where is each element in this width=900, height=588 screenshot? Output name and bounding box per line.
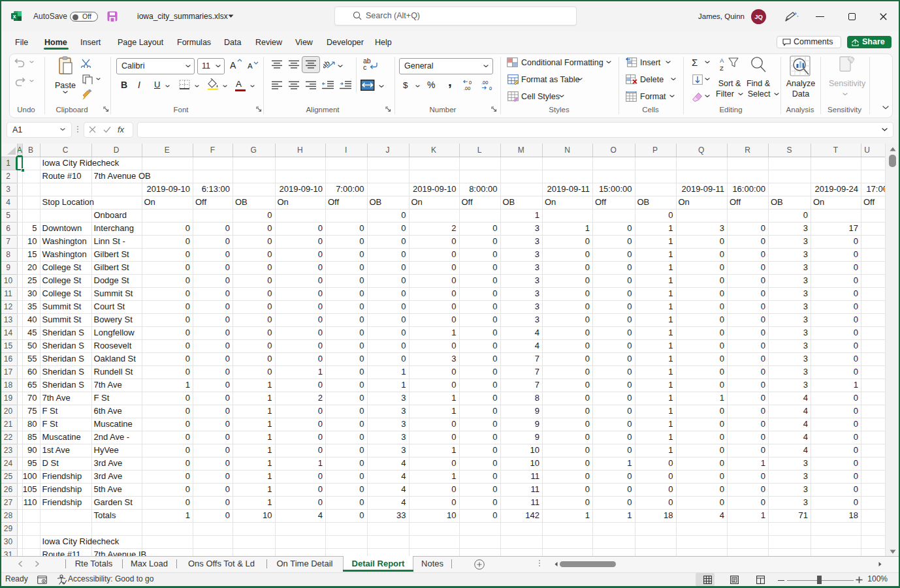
svg-text:.00: .00 bbox=[464, 85, 470, 91]
svg-text:x: x bbox=[13, 13, 16, 20]
svg-text:A: A bbox=[720, 57, 724, 64]
svg-text:0: 0 bbox=[489, 85, 492, 91]
svg-text:.00: .00 bbox=[481, 80, 488, 85]
svg-text:c: c bbox=[363, 63, 366, 70]
svg-text:Z: Z bbox=[720, 65, 724, 72]
